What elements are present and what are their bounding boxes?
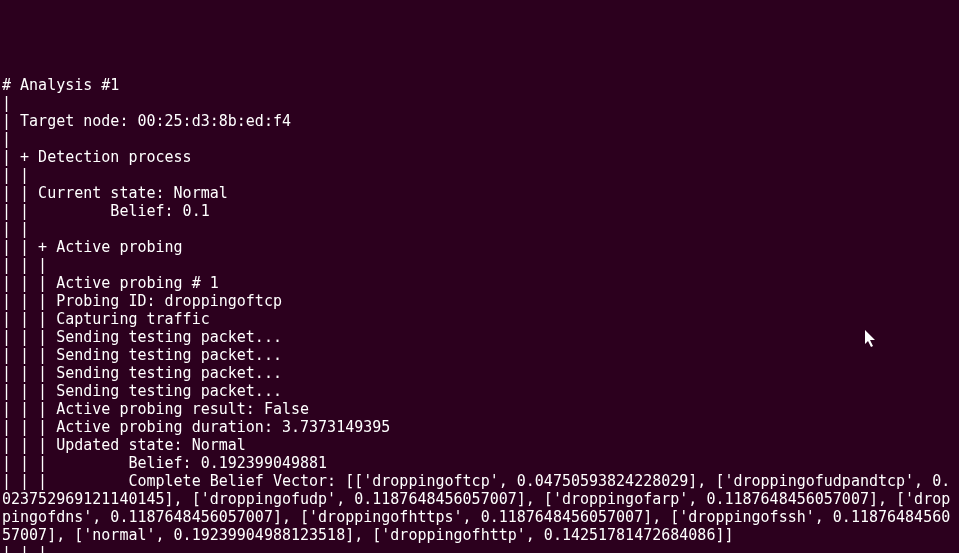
terminal-line: | | Current state: Normal [2, 184, 228, 202]
terminal-line: | | | [2, 256, 47, 274]
terminal-line: | + Detection process [2, 148, 192, 166]
terminal-line: | [2, 94, 11, 112]
terminal-line: | | | Belief: 0.192399049881 [2, 454, 327, 472]
terminal-line: | | | Sending testing packet... [2, 382, 282, 400]
terminal-line: | | | Complete Belief Vector: [['droppin… [2, 472, 950, 544]
terminal-line: | | | Active probing # 1 [2, 274, 219, 292]
terminal-line: | | | Active probing duration: 3.7373149… [2, 418, 390, 436]
terminal-line: | | | [2, 544, 47, 553]
terminal-line: | Target node: 00:25:d3:8b:ed:f4 [2, 112, 291, 130]
terminal-output: # Analysis #1 | | Target node: 00:25:d3:… [2, 76, 957, 553]
terminal-line: | | | Capturing traffic [2, 310, 210, 328]
terminal-line: | | | Sending testing packet... [2, 346, 282, 364]
terminal-line: | | | Probing ID: droppingoftcp [2, 292, 282, 310]
terminal-line: | | [2, 220, 29, 238]
terminal-line: | | | Updated state: Normal [2, 436, 246, 454]
terminal-line: | | [2, 166, 29, 184]
terminal-line: | | Belief: 0.1 [2, 202, 210, 220]
terminal-line: # Analysis #1 [2, 76, 119, 94]
terminal-line: | | | Sending testing packet... [2, 328, 282, 346]
terminal-line: | | | Sending testing packet... [2, 364, 282, 382]
terminal-line: | | + Active probing [2, 238, 183, 256]
terminal-line: | | | Active probing result: False [2, 400, 309, 418]
terminal-line: | [2, 130, 11, 148]
